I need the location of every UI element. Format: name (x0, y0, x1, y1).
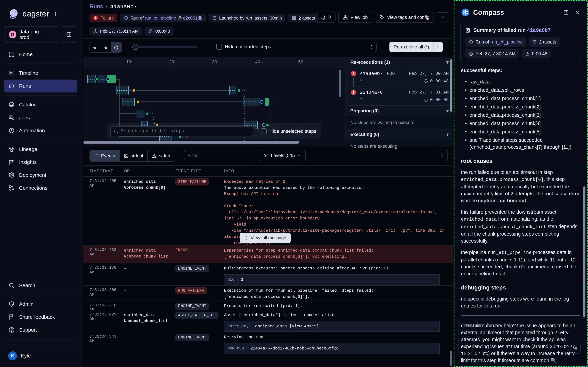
event-op: enriched_data↳concat_chunk_list (121, 245, 173, 263)
user-name: Kyle (21, 353, 31, 359)
sidebar-item-search[interactable]: Search (4, 279, 77, 292)
logo[interactable]: dagster + (4, 6, 77, 26)
tab-stderr[interactable]: stderr (148, 150, 175, 161)
event-timestamp: 7:31:02.405 AM (83, 177, 121, 245)
hide-unselected-checkbox[interactable] (261, 128, 267, 134)
list-item: and 7 additional steps succeeded (enrich… (463, 137, 580, 150)
event-info: Multiprocess executor: parent process ex… (221, 263, 453, 285)
reexecute-caret[interactable] (433, 42, 443, 52)
event-row[interactable]: 7:31:03.629 AM enriched_data↳concat_chun… (83, 310, 453, 332)
step-search-input[interactable] (121, 129, 250, 134)
log-sort-button[interactable] (437, 150, 448, 161)
collapse-sidebar-button[interactable] (62, 26, 76, 43)
event-row[interactable]: 7:31:03.266 AM - RUN_FAILURE Execution o… (83, 286, 453, 301)
events-scrollbar[interactable] (450, 351, 452, 366)
reexecution-run-id[interactable]: 22484a76 (360, 90, 383, 95)
log-filter-field[interactable] (184, 150, 253, 161)
event-info: Retrying the run new run 22484a76-dcd2-4… (221, 332, 453, 367)
timeline-icon (8, 70, 15, 76)
breadcrumb-runs-link[interactable]: Runs (89, 3, 103, 10)
events-table-header: TIMESTAMPOPEVENT TYPEINFO (83, 166, 453, 177)
notification-count: 0 (328, 15, 331, 20)
send-button[interactable] (570, 343, 581, 354)
target-icon (469, 40, 474, 45)
compass-scrollbar[interactable] (583, 186, 585, 317)
reexecutions-scrollbar[interactable] (450, 59, 452, 112)
reexecutions-header[interactable]: Re-executions (1) ▾ (346, 57, 453, 68)
open-external-icon[interactable] (563, 9, 569, 16)
metadata-link[interactable]: [View Asset] (290, 324, 319, 329)
event-type-badge: STEP_FAILURE (175, 178, 209, 185)
sidebar-item-support[interactable]: Support (4, 324, 77, 336)
gantt-chart[interactable]: Hide unselected steps (83, 68, 342, 144)
column-header: INFO (221, 169, 453, 173)
deployment-switcher[interactable]: D data-eng-prod (5, 26, 59, 43)
view-job-button[interactable]: View job (338, 12, 372, 23)
waterfall-view-button[interactable] (100, 42, 111, 52)
sidebar-item-lineage[interactable]: Lineage (4, 143, 77, 156)
sidebar-item-runs[interactable]: Runs (4, 80, 77, 92)
metadata-link[interactable]: 22484a76-dcd2-487b-aeb3-db3bece6cf2d (250, 346, 339, 351)
step-search-field[interactable] (110, 126, 253, 136)
sidebar-item-timeline[interactable]: Timeline (4, 67, 77, 80)
sidebar-item-admin[interactable]: Admin (4, 298, 77, 310)
tab-stdout[interactable]: stdout (119, 150, 148, 161)
event-row[interactable]: 7:31:02.405 AM enriched_data↳process_chu… (83, 177, 453, 245)
chevron-down-icon (51, 32, 56, 37)
compass-heading: debugging steps (461, 284, 580, 291)
reexecution-row[interactable]: 22484a76 Feb 27, 7:31 AM * 0:00:09 (346, 87, 453, 105)
compass-chat-input[interactable] (459, 318, 584, 340)
axis-tick: 20s (169, 60, 177, 65)
view-tags-config-button[interactable]: View tags and config (375, 12, 434, 23)
levels-dropdown[interactable]: Levels (5/6) (259, 150, 306, 161)
compass-step-list: raw_dataenriched_data.split_rowsenriched… (463, 78, 580, 150)
event-op: - (121, 263, 173, 285)
job-graph-icon (343, 15, 348, 20)
sidebar-item-jobs[interactable]: Jobs (4, 111, 77, 124)
event-row[interactable]: 7:31:03.318 AM - ENGINE_EVENT Process fo… (83, 301, 453, 310)
flat-view-button[interactable] (90, 42, 100, 52)
compass-title: Compass (473, 9, 504, 16)
close-icon[interactable] (574, 9, 580, 16)
event-op: - (121, 286, 173, 300)
summary-pipeline-link[interactable]: run_etl_pipeline (490, 39, 523, 44)
more-actions-button[interactable] (437, 12, 448, 22)
reexecute-all-button[interactable]: Re-execute all (*) (389, 42, 443, 52)
gantt-vertical-scrollbar[interactable] (339, 70, 341, 97)
executing-header[interactable]: Executing (0) ▾ (346, 129, 453, 140)
root-tag: ROOT (387, 71, 397, 76)
event-type-badge: ENGINE_EVENT (175, 303, 209, 310)
event-row[interactable]: 7:31:04.343 AM - ENGINE_EVENT Retrying t… (83, 332, 453, 367)
event-row[interactable]: 7:31:03.170 AM - ENGINE_EVENT Multiproce… (83, 263, 453, 286)
timed-view-button[interactable] (111, 42, 121, 52)
hide-not-started-checkbox[interactable] (216, 44, 222, 50)
list-item: enriched_data.process_chunk[3] (463, 112, 580, 119)
step-selection-note: * (360, 79, 363, 84)
sidebar-item-deployment[interactable]: Deployment (4, 169, 77, 182)
summary-run-id[interactable]: 41a9a0b7 (527, 28, 551, 33)
pipeline-link[interactable]: run_etl_pipeline (145, 16, 176, 21)
tab-events[interactable]: Events (90, 150, 119, 161)
sidebar-item-home[interactable]: Home (4, 48, 77, 61)
notifications-button[interactable]: 0 (316, 12, 335, 23)
assets-grid-icon (291, 16, 297, 21)
assets-badge[interactable]: 2 assets (288, 14, 318, 22)
zoom-slider[interactable] (132, 46, 197, 48)
sidebar-item-automation[interactable]: Automation (4, 124, 77, 137)
reexecution-run-id[interactable]: 41a9a0b7 (360, 71, 383, 76)
event-row[interactable]: 7:31:02.433 AM enriched_data↳concat_chun… (83, 245, 453, 263)
log-filter-input[interactable] (187, 153, 248, 158)
user-menu[interactable]: K Kyle (4, 348, 77, 360)
zoom-slider-knob[interactable] (132, 44, 138, 50)
sidebar-item-catalog[interactable]: Catalog (4, 98, 77, 111)
reexecution-row[interactable]: 41a9a0b7 ROOT Feb 27, 7:30 AM * 0:00:48 (346, 68, 453, 87)
sidebar-item-share-feedback[interactable]: Share feedback (4, 310, 77, 324)
commit-link[interactable]: e2c051db (183, 16, 203, 21)
gantt-horizontal-scrollbar[interactable] (83, 141, 299, 144)
sidebar-item-insights[interactable]: Insights (4, 156, 77, 169)
view-full-message-button[interactable]: View full message (240, 233, 290, 243)
preparing-header[interactable]: Preparing (0) ▾ (346, 105, 453, 116)
sidebar-item-connections[interactable]: Connections (4, 182, 77, 194)
expand-panel-button[interactable] (366, 42, 377, 52)
compass-paragraph: successful steps: (461, 67, 580, 74)
